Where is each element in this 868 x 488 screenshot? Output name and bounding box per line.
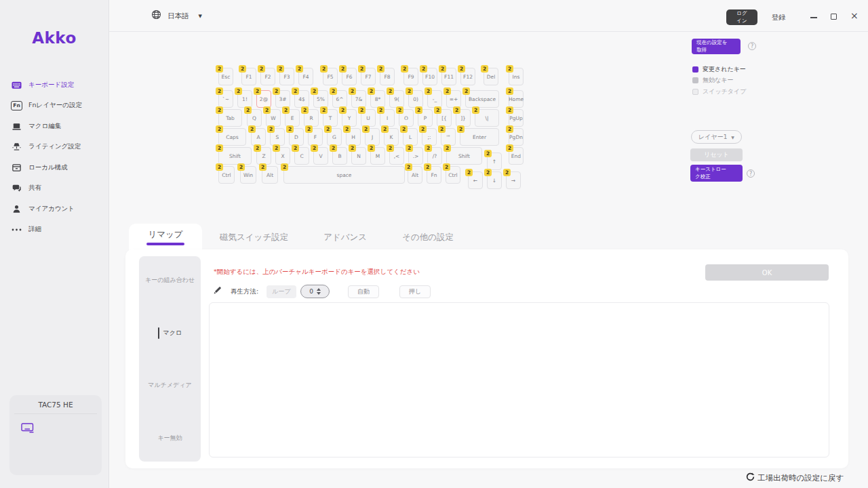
key-J[interactable]: 2J	[365, 128, 380, 146]
sidebar-item-share[interactable]: 共有	[0, 178, 108, 199]
key-3#[interactable]: 23#	[275, 90, 290, 108]
restore-factory-settings[interactable]: 工場出荷時の設定に戻す	[746, 472, 844, 483]
key-G[interactable]: 2G	[327, 128, 342, 146]
press-button[interactable]: 押し	[399, 285, 431, 298]
key-↑[interactable]: 2↑	[487, 152, 502, 170]
key-F11[interactable]: 2F11	[441, 68, 456, 85]
minimize-icon[interactable]	[810, 17, 817, 18]
key-A[interactable]: 2A	[251, 128, 266, 146]
key-L[interactable]: 2L	[403, 128, 418, 146]
key-P[interactable]: 2P	[418, 109, 433, 127]
tab-magnetic-switch[interactable]: 磁気スイッチ設定	[202, 224, 306, 251]
key-=+[interactable]: 2=+	[446, 90, 461, 108]
key-.>[interactable]: 2.>	[408, 147, 423, 165]
loop-count-stepper[interactable]: 0	[300, 285, 330, 298]
ok-button[interactable]: OK	[705, 264, 829, 281]
key-Shift[interactable]: 2Shift	[446, 147, 482, 165]
key-Alt[interactable]: 2Alt	[408, 166, 422, 184]
key-Y[interactable]: 2Y	[342, 109, 357, 127]
category-multimedia[interactable]: マルチメディア	[139, 379, 201, 391]
key-D[interactable]: 2D	[289, 128, 304, 146]
help-icon[interactable]: ?	[747, 169, 755, 178]
key-S[interactable]: 2S	[270, 128, 285, 146]
key-N[interactable]: 2N	[351, 147, 366, 165]
key-[{[interactable]: 2[{	[437, 109, 452, 127]
tab-remap[interactable]: リマップ	[129, 224, 202, 251]
key-F[interactable]: 2F	[308, 128, 323, 146]
key-F10[interactable]: 2F10	[422, 68, 437, 85]
get-current-settings-button[interactable]: 現在の設定を 取得	[692, 39, 741, 54]
key-1![interactable]: 21!	[237, 90, 252, 108]
key-4$[interactable]: 24$	[294, 90, 309, 108]
help-icon[interactable]: ?	[748, 42, 756, 50]
keystroke-calibration-button[interactable]: キーストロー ク校正	[690, 165, 743, 182]
key-W[interactable]: 2W	[266, 109, 281, 127]
key-F12[interactable]: 2F12	[460, 68, 475, 85]
category-macro[interactable]: マクロ	[139, 327, 201, 339]
key-End[interactable]: 2End	[509, 147, 524, 165]
key-F2[interactable]: 2F2	[260, 68, 275, 85]
category-key-combo[interactable]: キーの組み合わせ	[139, 274, 201, 286]
key-F9[interactable]: 2F9	[403, 68, 418, 85]
key-H[interactable]: 2H	[346, 128, 361, 146]
key-I[interactable]: 2I	[380, 109, 395, 127]
key-0)[interactable]: 20)	[408, 90, 423, 108]
key-O[interactable]: 2O	[399, 109, 414, 127]
legend-switch-type[interactable]: スイッチタイプ	[692, 86, 746, 98]
sidebar-item-macro-edit[interactable]: マクロ編集	[0, 116, 108, 137]
key-space[interactable]: 2space	[283, 166, 405, 184]
key-U[interactable]: 2U	[361, 109, 376, 127]
key-Win[interactable]: 2Win	[240, 166, 256, 184]
tab-other-settings[interactable]: その他の設定	[384, 224, 471, 251]
legend-disabled-keys[interactable]: 無効なキー	[692, 75, 746, 87]
key-Tab[interactable]: 2Tab	[218, 109, 242, 127]
key-]}[interactable]: 2]}	[456, 109, 471, 127]
auto-button[interactable]: 自動	[348, 285, 379, 298]
key-Del[interactable]: 2Del	[484, 68, 498, 85]
macro-content-area[interactable]	[209, 302, 829, 458]
language-select[interactable]: 日本語 ▼	[151, 7, 202, 24]
key-B[interactable]: 2B	[332, 147, 347, 165]
maximize-icon[interactable]	[831, 14, 837, 20]
key-;:[interactable]: 2;:	[422, 128, 437, 146]
key-F6[interactable]: 2F6	[342, 68, 357, 85]
key-5%[interactable]: 25%	[313, 90, 328, 108]
key-PgUp[interactable]: 2PgUp	[509, 109, 524, 127]
key-'"[interactable]: 2'"	[441, 128, 456, 146]
device-card[interactable]: TAC75 HE	[9, 395, 102, 475]
edit-pencil-icon[interactable]	[212, 285, 222, 298]
key-6^[interactable]: 26^	[332, 90, 347, 108]
key-V[interactable]: 2V	[313, 147, 328, 165]
login-button[interactable]: ログ イン	[726, 9, 757, 25]
stepper-arrows-icon[interactable]	[317, 288, 321, 295]
reset-button[interactable]: リセット	[690, 148, 743, 161]
key-F4[interactable]: 2F4	[298, 68, 313, 85]
key--_[interactable]: 2-_	[427, 90, 442, 108]
sidebar-item-fn-layer[interactable]: FnFnレイヤーの設定	[0, 96, 108, 117]
key-/?[interactable]: 2/?	[427, 147, 442, 165]
sidebar-item-account[interactable]: マイアカウント	[0, 199, 108, 220]
loop-button[interactable]: ループ	[267, 285, 296, 298]
key-Shift[interactable]: 2Shift	[218, 147, 252, 165]
key-Enter[interactable]: 2Enter	[460, 128, 499, 146]
key-R[interactable]: 2R	[304, 109, 319, 127]
key-9([interactable]: 29(	[389, 90, 404, 108]
key-`~[interactable]: 2`~	[218, 90, 233, 108]
legend-modified-keys[interactable]: 変更されたキー	[692, 64, 746, 75]
key-PgDn[interactable]: 2PgDn	[509, 128, 524, 146]
key-F7[interactable]: 2F7	[361, 68, 376, 85]
sidebar-item-local-config[interactable]: ローカル構成	[0, 157, 108, 178]
key-X[interactable]: 2X	[275, 147, 290, 165]
key-7&[interactable]: 27&	[351, 90, 366, 108]
key-F5[interactable]: 2F5	[323, 68, 338, 85]
sidebar-item-details[interactable]: 詳細	[0, 220, 108, 241]
key-↓[interactable]: 2↓	[487, 171, 502, 189]
key-E[interactable]: 2E	[285, 109, 300, 127]
key-Ctrl[interactable]: 2Ctrl	[446, 166, 460, 184]
sidebar-item-lighting[interactable]: ライティング設定	[0, 137, 108, 158]
sidebar-item-keyboard-settings[interactable]: キーボード設定	[0, 75, 108, 96]
key-K[interactable]: 2K	[384, 128, 399, 146]
key-Ins[interactable]: 2Ins	[509, 68, 524, 85]
key-F1[interactable]: 2F1	[241, 68, 256, 85]
key-,<[interactable]: 2,<	[389, 147, 404, 165]
